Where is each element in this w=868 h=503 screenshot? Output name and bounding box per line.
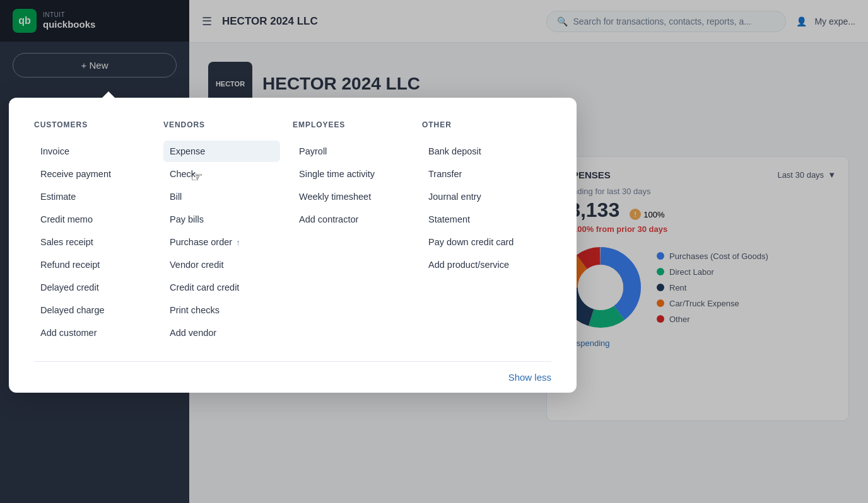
employees-column: EMPLOYEES Payroll Single time activity W… [293, 120, 422, 344]
invoice-label: Invoice [40, 146, 69, 156]
vendors-items: Expense Check Bill Pay bills Purchase or… [163, 141, 280, 344]
weekly-timesheet-label: Weekly timesheet [299, 192, 371, 202]
menu-item-refund-receipt[interactable]: Refund receipt [34, 254, 151, 275]
menu-item-check[interactable]: Check [163, 163, 280, 185]
dropdown-footer: Show less [34, 361, 551, 393]
refund-receipt-label: Refund receipt [40, 260, 100, 270]
upgrade-icon: ↑ [236, 238, 240, 247]
menu-item-single-time-activity[interactable]: Single time activity [293, 163, 409, 185]
delayed-charge-label: Delayed charge [40, 305, 105, 315]
bank-deposit-label: Bank deposit [428, 146, 481, 156]
menu-item-invoice[interactable]: Invoice [34, 141, 151, 162]
purchase-order-label: Purchase order [170, 237, 232, 247]
pay-bills-label: Pay bills [170, 214, 204, 224]
other-column: OTHER Bank deposit Transfer Journal entr… [422, 120, 551, 344]
journal-entry-label: Journal entry [428, 192, 481, 202]
menu-item-add-vendor[interactable]: Add vendor [163, 322, 280, 344]
vendor-credit-label: Vendor credit [170, 260, 223, 270]
employees-header: EMPLOYEES [293, 120, 409, 129]
vendors-column: VENDORS Expense Check Bill Pay bills Pur… [163, 120, 293, 344]
pay-down-credit-card-label: Pay down credit card [428, 237, 513, 247]
check-label: Check [170, 169, 196, 179]
other-items: Bank deposit Transfer Journal entry Stat… [422, 141, 539, 275]
menu-item-weekly-timesheet[interactable]: Weekly timesheet [293, 186, 409, 207]
add-vendor-label: Add vendor [170, 328, 216, 338]
dropdown-columns: CUSTOMERS Invoice Receive payment Estima… [34, 120, 551, 344]
menu-item-credit-card-credit[interactable]: Credit card credit [163, 277, 280, 298]
employees-items: Payroll Single time activity Weekly time… [293, 141, 409, 230]
menu-item-add-contractor[interactable]: Add contractor [293, 209, 409, 230]
dropdown-arrow [102, 91, 115, 98]
customers-header: CUSTOMERS [34, 120, 151, 129]
show-less-label: Show less [508, 372, 551, 383]
menu-item-credit-memo[interactable]: Credit memo [34, 209, 151, 230]
new-dropdown-menu: CUSTOMERS Invoice Receive payment Estima… [9, 98, 577, 393]
customers-column: CUSTOMERS Invoice Receive payment Estima… [34, 120, 163, 344]
menu-item-receive-payment[interactable]: Receive payment [34, 163, 151, 185]
show-less-button[interactable]: Show less [508, 372, 551, 383]
menu-item-delayed-charge[interactable]: Delayed charge [34, 299, 151, 321]
expense-label: Expense [170, 146, 205, 156]
menu-item-expense[interactable]: Expense [163, 141, 280, 162]
menu-item-delayed-credit[interactable]: Delayed credit [34, 277, 151, 298]
menu-item-bill[interactable]: Bill [163, 186, 280, 207]
receive-payment-label: Receive payment [40, 169, 111, 179]
add-customer-label: Add customer [40, 328, 97, 338]
delayed-credit-label: Delayed credit [40, 282, 99, 292]
payroll-label: Payroll [299, 146, 327, 156]
menu-item-pay-down-credit-card[interactable]: Pay down credit card [422, 231, 539, 253]
add-product-service-label: Add product/service [428, 260, 509, 270]
statement-label: Statement [428, 214, 470, 224]
menu-item-payroll[interactable]: Payroll [293, 141, 409, 162]
print-checks-label: Print checks [170, 305, 220, 315]
add-contractor-label: Add contractor [299, 214, 358, 224]
menu-item-estimate[interactable]: Estimate [34, 186, 151, 207]
estimate-label: Estimate [40, 192, 76, 202]
menu-item-add-customer[interactable]: Add customer [34, 322, 151, 344]
other-header: OTHER [422, 120, 539, 129]
single-time-activity-label: Single time activity [299, 169, 375, 179]
menu-item-statement[interactable]: Statement [422, 209, 539, 230]
vendors-header: VENDORS [163, 120, 280, 129]
credit-card-credit-label: Credit card credit [170, 282, 239, 292]
menu-item-purchase-order[interactable]: Purchase order ↑ [163, 231, 280, 253]
sales-receipt-label: Sales receipt [40, 237, 93, 247]
menu-item-bank-deposit[interactable]: Bank deposit [422, 141, 539, 162]
menu-item-print-checks[interactable]: Print checks [163, 299, 280, 321]
menu-item-transfer[interactable]: Transfer [422, 163, 539, 185]
menu-item-vendor-credit[interactable]: Vendor credit [163, 254, 280, 275]
menu-item-add-product-service[interactable]: Add product/service [422, 254, 539, 275]
menu-item-pay-bills[interactable]: Pay bills [163, 209, 280, 230]
credit-memo-label: Credit memo [40, 214, 93, 224]
menu-item-sales-receipt[interactable]: Sales receipt [34, 231, 151, 253]
bill-label: Bill [170, 192, 182, 202]
customers-items: Invoice Receive payment Estimate Credit … [34, 141, 151, 344]
transfer-label: Transfer [428, 169, 462, 179]
menu-item-journal-entry[interactable]: Journal entry [422, 186, 539, 207]
